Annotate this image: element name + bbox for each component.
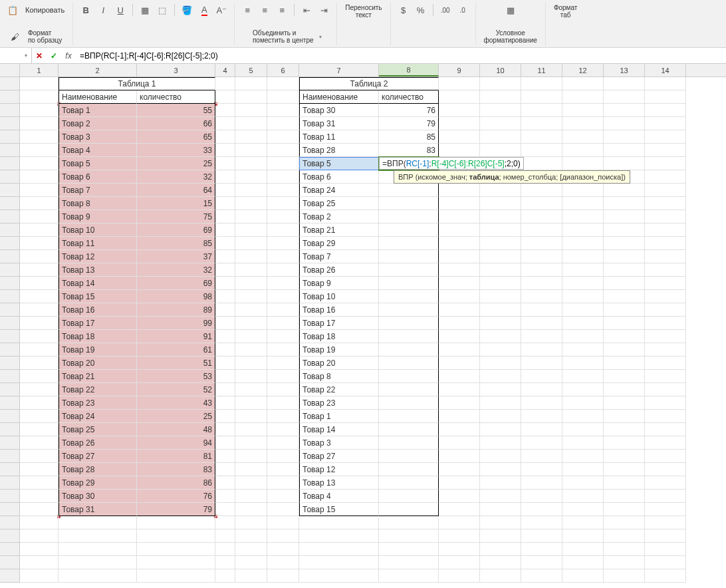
cell[interactable] bbox=[645, 223, 686, 237]
cell[interactable] bbox=[480, 144, 521, 157]
cell[interactable] bbox=[604, 210, 645, 223]
col-header[interactable]: 14 bbox=[645, 64, 686, 76]
cell[interactable] bbox=[215, 77, 235, 90]
table1-col2-header[interactable]: количество bbox=[137, 90, 215, 104]
table1-qty-cell[interactable]: 37 bbox=[137, 250, 215, 263]
cell[interactable] bbox=[645, 117, 686, 130]
cell[interactable] bbox=[267, 263, 299, 277]
table1-name-cell[interactable]: Товар 30 bbox=[59, 490, 137, 503]
cell[interactable] bbox=[267, 357, 299, 370]
cell[interactable] bbox=[645, 90, 686, 104]
row-header[interactable] bbox=[0, 157, 20, 170]
cell[interactable] bbox=[20, 277, 59, 290]
cell[interactable] bbox=[20, 463, 59, 476]
cell[interactable] bbox=[235, 423, 267, 436]
table1-name-cell[interactable]: Товар 1 bbox=[59, 104, 137, 117]
table1-qty-cell[interactable]: 52 bbox=[137, 383, 215, 396]
row-header[interactable] bbox=[0, 317, 20, 330]
cell[interactable] bbox=[267, 396, 299, 410]
confirm-button[interactable]: ✓ bbox=[47, 51, 61, 61]
cell[interactable] bbox=[562, 543, 604, 556]
col-header[interactable]: 10 bbox=[480, 64, 521, 76]
cell[interactable] bbox=[562, 490, 604, 503]
table2-name-cell[interactable]: Товар 29 bbox=[299, 237, 379, 250]
table2-name-cell[interactable]: Товар 26 bbox=[299, 263, 379, 277]
cell[interactable] bbox=[521, 210, 562, 223]
table2-name-cell[interactable]: Товар 27 bbox=[299, 450, 379, 463]
cell[interactable] bbox=[439, 410, 480, 423]
cell[interactable] bbox=[604, 529, 645, 543]
cell[interactable] bbox=[20, 290, 59, 303]
cell[interactable] bbox=[235, 529, 267, 543]
bold-button[interactable]: B bbox=[78, 3, 93, 17]
cell[interactable] bbox=[439, 130, 480, 144]
fx-button[interactable]: fx bbox=[61, 51, 76, 61]
cell[interactable] bbox=[480, 104, 521, 117]
cell[interactable] bbox=[235, 144, 267, 157]
cell[interactable] bbox=[521, 263, 562, 277]
cell[interactable] bbox=[604, 343, 645, 357]
cell[interactable] bbox=[439, 357, 480, 370]
cell[interactable] bbox=[562, 104, 604, 117]
cell[interactable] bbox=[215, 330, 235, 343]
row-header[interactable] bbox=[0, 503, 20, 516]
cell[interactable] bbox=[59, 569, 137, 583]
format-painter-button[interactable]: Формат по образцу bbox=[25, 28, 64, 45]
cell[interactable] bbox=[604, 104, 645, 117]
cell[interactable] bbox=[480, 197, 521, 210]
cell[interactable] bbox=[480, 410, 521, 423]
indent-dec-button[interactable]: ⇤ bbox=[299, 3, 314, 17]
table1-name-cell[interactable]: Товар 20 bbox=[59, 357, 137, 370]
cell[interactable] bbox=[645, 556, 686, 569]
cell[interactable] bbox=[604, 130, 645, 144]
cell[interactable] bbox=[267, 77, 299, 90]
table2-qty-cell[interactable]: 83 bbox=[379, 144, 439, 157]
font-color-button[interactable]: A bbox=[197, 3, 211, 17]
table1-qty-cell[interactable]: 81 bbox=[137, 450, 215, 463]
cell[interactable] bbox=[562, 237, 604, 250]
cell[interactable] bbox=[604, 370, 645, 383]
cell[interactable] bbox=[215, 197, 235, 210]
cell[interactable] bbox=[215, 130, 235, 144]
table2-name-cell[interactable]: Товар 11 bbox=[299, 130, 379, 144]
cell[interactable] bbox=[235, 330, 267, 343]
table2-name-cell[interactable]: Товар 7 bbox=[299, 250, 379, 263]
row-header[interactable] bbox=[0, 130, 20, 144]
percent-button[interactable]: % bbox=[414, 3, 428, 17]
cell[interactable] bbox=[235, 263, 267, 277]
cell[interactable] bbox=[480, 237, 521, 250]
cell[interactable] bbox=[521, 223, 562, 237]
row-header[interactable] bbox=[0, 250, 20, 263]
table2-qty-cell[interactable]: 79 bbox=[379, 117, 439, 130]
cell[interactable] bbox=[645, 569, 686, 583]
col-header[interactable]: 5 bbox=[235, 64, 267, 76]
cell[interactable] bbox=[480, 423, 521, 436]
formula-input[interactable] bbox=[76, 48, 726, 63]
cell[interactable] bbox=[20, 383, 59, 396]
cell[interactable] bbox=[215, 556, 235, 569]
table1-name-cell[interactable]: Товар 18 bbox=[59, 330, 137, 343]
cell[interactable] bbox=[439, 237, 480, 250]
table2-name-cell[interactable]: Товар 21 bbox=[299, 223, 379, 237]
table1-name-cell[interactable]: Товар 23 bbox=[59, 396, 137, 410]
cell[interactable] bbox=[215, 357, 235, 370]
cell[interactable] bbox=[235, 370, 267, 383]
cell[interactable] bbox=[521, 396, 562, 410]
inc-decimal-button[interactable]: .00 bbox=[438, 3, 453, 17]
cell[interactable] bbox=[215, 90, 235, 104]
cell[interactable] bbox=[439, 223, 480, 237]
cell[interactable] bbox=[215, 210, 235, 223]
table1-title[interactable]: Таблица 1 bbox=[59, 77, 215, 90]
cell[interactable] bbox=[521, 490, 562, 503]
cell[interactable] bbox=[20, 303, 59, 317]
cell[interactable] bbox=[215, 396, 235, 410]
table1-name-cell[interactable]: Товар 26 bbox=[59, 436, 137, 450]
cell[interactable] bbox=[267, 157, 299, 170]
table1-name-cell[interactable]: Товар 9 bbox=[59, 210, 137, 223]
cell[interactable] bbox=[604, 197, 645, 210]
col-header[interactable]: 11 bbox=[521, 64, 562, 76]
cell[interactable] bbox=[562, 383, 604, 396]
cell[interactable] bbox=[562, 197, 604, 210]
table2-name-cell[interactable]: Товар 19 bbox=[299, 343, 379, 357]
row-header[interactable] bbox=[0, 543, 20, 556]
